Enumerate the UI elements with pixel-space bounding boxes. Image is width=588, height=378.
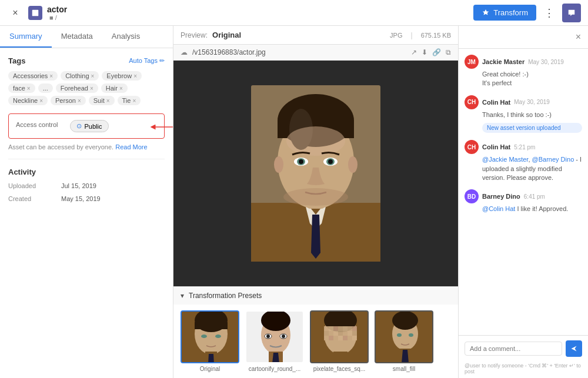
file-path: /v1563196883/actor.jpg [192,48,406,56]
svg-marker-38 [272,353,279,363]
preset-cartoonify[interactable]: cartoonify_round_... [245,310,304,372]
tag-close-person[interactable]: × [78,98,81,104]
tag-close-hair[interactable]: × [119,85,123,92]
preview-file-size: 675.15 KB [421,32,451,39]
portrait-svg [251,85,380,262]
chat-messages: JM Jackie Master May 30, 2019 Great choi… [459,49,588,335]
tag-close-neckline[interactable]: × [39,98,43,104]
tab-metadata[interactable]: Metadata [52,26,102,48]
preset-label-small-fill: small_fill [375,366,433,372]
msg-time-2: May 30, 2019 [514,99,550,105]
preview-title: Original [212,31,241,39]
divider [8,159,165,159]
svg-rect-56 [324,336,329,340]
copy-icon[interactable]: ⧉ [446,48,451,56]
preset-thumb-original [181,310,239,363]
avatar-jackie: JM [465,55,479,69]
chat-close-button[interactable]: × [576,32,581,42]
preset-thumb-cartoonify [245,310,304,363]
tab-analysis[interactable]: Analysis [102,26,149,48]
presets-grid: Original [173,305,458,378]
svg-rect-54 [348,331,352,336]
access-control-section: Access control ⊙ Public [8,113,165,139]
svg-rect-63 [333,352,348,363]
svg-rect-25 [195,322,228,329]
new-version-badge: New asset version uploaded [482,123,582,133]
close-button[interactable]: × [7,5,24,21]
svg-point-17 [299,159,303,164]
tag-suit[interactable]: Suit × [89,96,115,105]
access-control-button[interactable]: ⊙ Public [70,120,109,132]
tag-hair[interactable]: Hair × [101,83,128,93]
msg-text-2: Thanks, I think so too :-) [465,111,582,119]
download-icon[interactable]: ⬇ [422,48,427,56]
page-title: actor [47,5,67,14]
external-link-icon[interactable]: ↗ [411,48,417,56]
chat-button[interactable] [562,4,581,22]
left-content: Tags Auto Tags ✏ Accessories × Clothing … [0,48,173,378]
svg-point-21 [283,188,348,206]
tag-close-clothing[interactable]: × [91,73,95,79]
presets-header[interactable]: ▾ Transformation Presets [173,287,458,305]
tag-eyebrow[interactable]: Eyebrow × [102,71,142,81]
auto-tags-link[interactable]: Auto Tags ✏ [129,57,165,65]
tag-close-face[interactable]: × [27,85,31,92]
tag-close-eyebrow[interactable]: × [133,73,137,79]
svg-rect-0 [32,9,39,16]
right-panel: × JM Jackie Master May 30, 2019 Great ch… [459,26,588,378]
chat-input[interactable] [465,342,562,356]
svg-rect-62 [352,336,357,340]
svg-point-18 [328,159,333,164]
chevron-down-icon: ▾ [181,292,184,300]
transform-button[interactable]: Transform [473,5,536,21]
breadcrumb: ■ / [49,14,67,21]
msg-time-3: 5:21 pm [514,144,535,150]
svg-point-68 [409,333,413,337]
svg-rect-47 [348,326,352,331]
preset-thumb-pixelate [310,310,369,363]
avatar-colin-2: CH [465,140,479,154]
svg-rect-49 [324,331,329,336]
svg-rect-48 [352,326,357,331]
tag-person[interactable]: Person × [51,96,86,105]
tag-more[interactable]: ... [38,83,53,93]
preset-label-pixelate: pixelate_faces_sq... [310,366,369,372]
chat-message-3: CH Colin Hat 5:21 pm @Jackie Master, @Ba… [465,140,582,182]
preset-original[interactable]: Original [181,310,239,372]
chat-send-button[interactable] [566,340,582,357]
tag-close-forehead[interactable]: × [90,85,93,92]
preset-pixelate[interactable]: pixelate_faces_sq... [310,310,369,372]
tag-clothing[interactable]: Clothing × [61,71,99,81]
left-panel: Summary Metadata Analysis Tags Auto Tags… [0,26,173,378]
svg-rect-50 [329,331,333,336]
msg-text-3: @Jackie Master, @Barney Dino - I uploade… [465,155,582,182]
chat-hint: @user to notify someone - 'Cmd ⌘' + 'Ent… [459,362,588,378]
topbar-actions: Transform ⋮ [473,4,581,22]
activity-uploaded-row: Uploaded Jul 15, 2019 [8,182,165,189]
tag-close-suit[interactable]: × [106,98,110,104]
msg-name-1: Jackie Master [482,58,524,65]
main-layout: Summary Metadata Analysis Tags Auto Tags… [0,26,588,378]
activity-created-row: Created May 15, 2019 [8,195,165,202]
msg-name-2: Colin Hat [482,99,510,106]
svg-rect-43 [329,326,333,331]
tag-close-tie[interactable]: × [132,98,136,104]
read-more-link[interactable]: Read More [115,143,147,150]
tag-forehead[interactable]: Forehead × [56,83,98,93]
more-options-button[interactable]: ⋮ [541,5,557,21]
svg-point-19 [274,156,283,173]
tab-summary[interactable]: Summary [0,26,52,48]
svg-marker-6 [311,215,320,259]
tag-accessories[interactable]: Accessories × [8,71,58,81]
preview-label: Preview: [181,31,208,39]
preview-file-type: JPG [390,32,402,39]
link-icon[interactable]: 🔗 [432,48,441,56]
chat-input-area [459,335,588,362]
tag-close-accessories[interactable]: × [49,73,53,79]
tag-neckline[interactable]: Neckline × [8,96,48,105]
svg-rect-57 [329,336,333,340]
tag-face[interactable]: face × [8,83,35,93]
preset-small-fill[interactable]: small_fill [375,310,433,372]
svg-point-12 [286,126,345,156]
tag-tie[interactable]: Tie × [118,96,141,105]
